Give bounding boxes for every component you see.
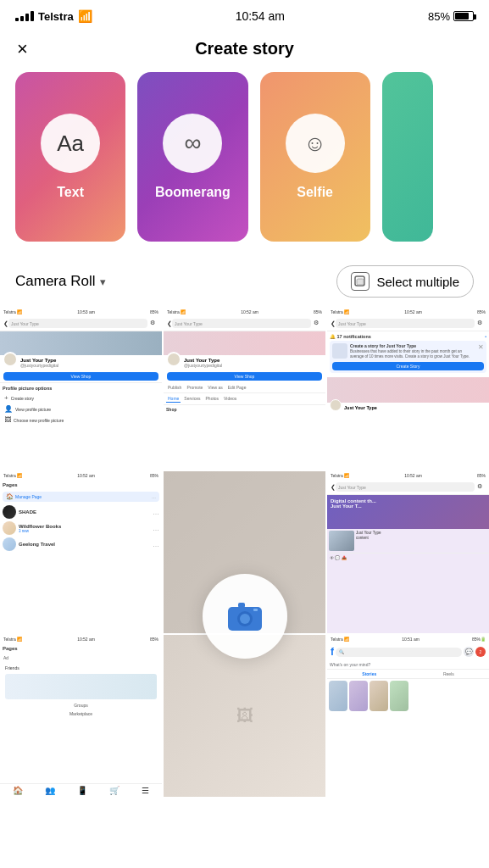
status-right: 85% (428, 10, 474, 23)
close-button[interactable]: × (17, 40, 28, 58)
svg-rect-5 (238, 603, 245, 608)
story-card-boomerang[interactable]: ∞ Boomerang (137, 72, 247, 242)
svg-rect-1 (357, 279, 364, 285)
text-card-label: Text (57, 185, 84, 200)
photo-grid: Telstra 📶 10:53 am 85% ❮ Just Your Type … (0, 308, 489, 797)
photo-cell-4[interactable]: Telstra 📶 10:52 am 85% Pages 🏠 Manage Pa… (0, 471, 162, 633)
photo-cell-camera[interactable] (164, 471, 325, 633)
selfie-icon-circle: ☺ (286, 114, 345, 173)
camera-roll-button[interactable]: Camera Roll ▾ (15, 273, 106, 290)
battery-percent: 85% (428, 10, 450, 23)
boomerang-icon: ∞ (184, 130, 201, 157)
text-icon: Aa (57, 131, 84, 157)
toolbar-row: Camera Roll ▾ Select multiple (0, 259, 489, 308)
selfie-card-label: Selfie (297, 185, 333, 200)
story-card-selfie[interactable]: ☺ Selfie (260, 72, 370, 242)
battery-icon (453, 11, 474, 21)
photo-cell-2[interactable]: Telstra 📶 10:52 am 85% ❮ Just Your Type … (164, 308, 325, 470)
wifi-icon: 📶 (78, 9, 92, 23)
carrier-label: Telstra (38, 10, 74, 23)
page-header: × Create story (0, 31, 489, 72)
photo-cell-7[interactable]: Telstra 📶 10:52 am 85% Pages Ad Friends … (0, 635, 162, 797)
signal-icon (15, 11, 34, 21)
photo-cell-6[interactable]: Telstra 📶 10:52 am 85% ❮ Just Your Type … (327, 471, 489, 633)
photo-cell-9[interactable]: Telstra 📶 10:51 am 85%🔋 f 🔍 💬 2 What's o… (327, 635, 489, 797)
status-bar: Telstra 📶 10:54 am 85% (0, 0, 489, 31)
story-options-row: Aa Text ∞ Boomerang ☺ Selfie (0, 72, 489, 259)
select-multiple-button[interactable]: Select multiple (336, 265, 474, 298)
boomerang-card-label: Boomerang (155, 185, 231, 200)
text-icon-circle: Aa (41, 114, 100, 173)
photo-cell-8[interactable]: 🖼 (164, 635, 325, 797)
status-left: Telstra 📶 (15, 9, 92, 23)
chevron-down-icon: ▾ (100, 275, 106, 288)
story-card-text[interactable]: Aa Text (15, 72, 125, 242)
camera-roll-label: Camera Roll (15, 273, 95, 290)
boomerang-icon-circle: ∞ (163, 114, 222, 173)
svg-rect-6 (253, 609, 258, 611)
time-display: 10:54 am (236, 9, 285, 23)
select-multiple-icon (351, 272, 370, 291)
select-multiple-label: Select multiple (376, 275, 459, 289)
svg-point-4 (240, 614, 250, 624)
photo-cell-3[interactable]: Telstra 📶 10:52 am 85% ❮ Just Your Type … (327, 308, 489, 470)
page-title: Create story (195, 39, 294, 58)
photo-cell-1[interactable]: Telstra 📶 10:53 am 85% ❮ Just Your Type … (0, 308, 162, 470)
selfie-icon: ☺ (303, 131, 326, 157)
story-card-fourth[interactable] (382, 72, 433, 242)
